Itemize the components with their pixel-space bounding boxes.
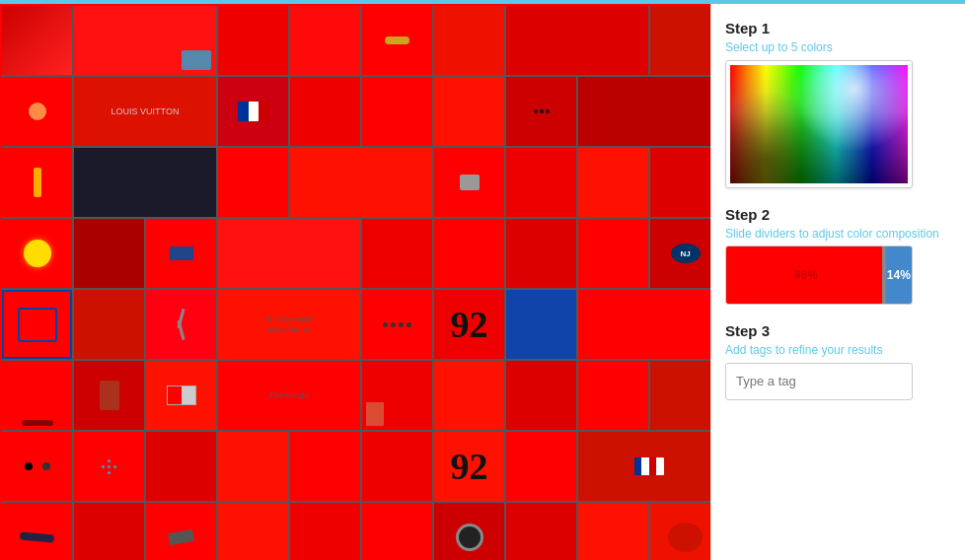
- step2-subtitle: Slide dividers to adjust color compositi…: [725, 227, 951, 243]
- list-item[interactable]: [506, 77, 576, 146]
- list-item[interactable]: [578, 361, 648, 430]
- list-item[interactable]: [578, 432, 710, 501]
- list-item[interactable]: [2, 77, 72, 146]
- color-bar-container[interactable]: 86% 14%: [725, 245, 913, 305]
- list-item[interactable]: [506, 361, 576, 430]
- list-item[interactable]: [74, 290, 144, 359]
- list-item[interactable]: [362, 290, 432, 359]
- list-item[interactable]: [218, 148, 288, 217]
- list-item[interactable]: [650, 6, 710, 75]
- list-item[interactable]: [218, 503, 288, 560]
- list-item[interactable]: [506, 503, 576, 560]
- step1-subtitle: Select up to 5 colors: [725, 40, 951, 56]
- list-item[interactable]: 92: [434, 432, 504, 501]
- step2-section: Step 2 Slide dividers to adjust color co…: [725, 206, 951, 306]
- list-item[interactable]: [578, 503, 648, 560]
- list-item[interactable]: [74, 6, 216, 75]
- list-item[interactable]: En progressivblogsrörelse: [218, 290, 360, 359]
- color-picker-box[interactable]: [725, 60, 913, 188]
- list-item[interactable]: [506, 148, 576, 217]
- step1-title: Step 1: [725, 20, 951, 36]
- list-item[interactable]: [434, 361, 504, 430]
- grid-wrapper: LOUIS VUITTON: [2, 6, 710, 560]
- list-item[interactable]: [434, 503, 504, 560]
- step3-section: Step 3 Add tags to refine your results: [725, 322, 951, 400]
- tag-input[interactable]: [725, 363, 913, 400]
- list-item[interactable]: [434, 6, 504, 75]
- list-item[interactable]: Ferrerrubí: [218, 361, 360, 430]
- list-item[interactable]: [146, 219, 216, 288]
- blue-percent-label: 14%: [887, 268, 911, 282]
- list-item[interactable]: [2, 148, 72, 217]
- list-item[interactable]: [2, 290, 72, 359]
- list-item[interactable]: [2, 361, 72, 430]
- list-item[interactable]: [578, 148, 648, 217]
- list-item[interactable]: [506, 219, 576, 288]
- list-item[interactable]: [290, 6, 360, 75]
- list-item[interactable]: [218, 77, 288, 146]
- list-item[interactable]: [434, 77, 504, 146]
- list-item[interactable]: [506, 6, 648, 75]
- list-item[interactable]: [146, 290, 216, 359]
- list-item[interactable]: [74, 432, 144, 501]
- list-item[interactable]: [146, 361, 216, 430]
- list-item[interactable]: [362, 77, 432, 146]
- list-item[interactable]: [290, 148, 432, 217]
- list-item[interactable]: 92: [434, 290, 504, 359]
- list-item[interactable]: [362, 219, 432, 288]
- step2-title: Step 2: [725, 206, 951, 223]
- main-content: LOUIS VUITTON: [0, 4, 965, 560]
- list-item[interactable]: [650, 503, 710, 560]
- list-item[interactable]: [218, 6, 288, 75]
- list-item[interactable]: [650, 361, 710, 430]
- list-item[interactable]: [74, 361, 144, 430]
- step3-subtitle: Add tags to refine your results: [725, 343, 951, 359]
- color-segment-red[interactable]: 86%: [726, 246, 886, 304]
- list-item[interactable]: [146, 503, 216, 560]
- list-item[interactable]: [290, 503, 360, 560]
- red-percent-label: 86%: [794, 268, 818, 282]
- list-item[interactable]: [74, 148, 216, 217]
- step1-section: Step 1 Select up to 5 colors: [725, 20, 951, 188]
- list-item[interactable]: [578, 290, 710, 359]
- spectrum-overlay: [730, 65, 908, 183]
- list-item[interactable]: [218, 432, 288, 501]
- color-segment-blue[interactable]: 14%: [886, 246, 912, 304]
- list-item[interactable]: NJ: [650, 219, 710, 288]
- list-item[interactable]: [2, 432, 72, 501]
- list-item[interactable]: [506, 290, 576, 359]
- list-item[interactable]: [578, 219, 648, 288]
- list-item[interactable]: [74, 503, 144, 560]
- step3-title: Step 3: [725, 322, 951, 339]
- list-item[interactable]: [578, 77, 710, 146]
- list-item[interactable]: [146, 432, 216, 501]
- list-item[interactable]: [362, 503, 432, 560]
- list-item[interactable]: [506, 432, 576, 501]
- list-item[interactable]: [290, 77, 360, 146]
- list-item[interactable]: [2, 503, 72, 560]
- list-item[interactable]: [290, 432, 360, 501]
- list-item[interactable]: LOUIS VUITTON: [74, 77, 216, 146]
- image-grid: LOUIS VUITTON: [0, 4, 710, 560]
- list-item[interactable]: [362, 432, 432, 501]
- list-item[interactable]: [434, 219, 504, 288]
- list-item[interactable]: [362, 361, 432, 430]
- right-panel: Step 1 Select up to 5 colors Step 2 Slid…: [710, 4, 965, 560]
- list-item[interactable]: [434, 148, 504, 217]
- color-spectrum[interactable]: [730, 65, 908, 183]
- list-item[interactable]: [2, 6, 72, 75]
- list-item[interactable]: [362, 6, 432, 75]
- list-item[interactable]: [650, 148, 710, 217]
- list-item[interactable]: [2, 219, 72, 288]
- list-item[interactable]: [74, 219, 144, 288]
- list-item[interactable]: [218, 219, 360, 288]
